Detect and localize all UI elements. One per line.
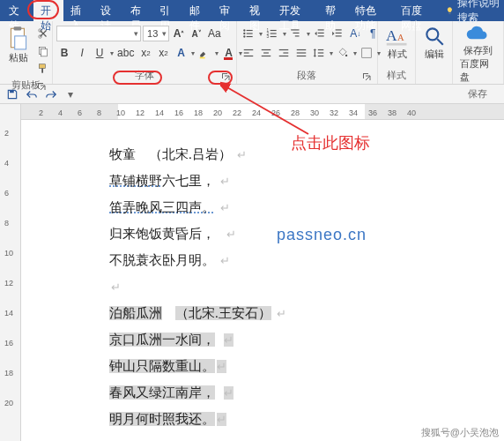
numbering-button[interactable]: 123 [264, 26, 280, 41]
underline-button[interactable]: U [92, 45, 107, 61]
tab-help[interactable]: 帮助 [318, 0, 348, 21]
editing-button[interactable]: 编辑 [419, 23, 449, 63]
save-l1: 保存到 [463, 44, 493, 57]
svg-text:3: 3 [267, 34, 270, 39]
ruler-tick-label: 40 [407, 108, 416, 117]
align-center-icon [260, 47, 272, 59]
paragraph-mark-icon: ↵ [277, 307, 286, 320]
document-area: 2468101214161820 牧童 （北宋.吕岩） ↵ 草铺横野六七里， ↵… [0, 120, 504, 441]
tab-design[interactable]: 设计 [93, 0, 123, 21]
svg-rect-27 [318, 35, 324, 36]
sort-button[interactable]: A↓ [347, 26, 363, 41]
paragraph-launcher-icon[interactable] [361, 71, 372, 82]
align-right-button[interactable] [276, 45, 292, 61]
ruler-tick-label: 24 [252, 108, 261, 117]
document-page[interactable]: 牧童 （北宋.吕岩） ↵ 草铺横野六七里， ↵ 笛弄晚风三四声。 ↵ 归来饱饭黄… [21, 120, 504, 441]
paragraph-mark-icon: ↵ [217, 360, 226, 373]
font-family-combo[interactable] [56, 26, 141, 41]
ruler-tick-label: 34 [349, 108, 358, 117]
line-spacing-icon [313, 47, 325, 59]
shrink-font-button[interactable]: A˅ [189, 26, 204, 41]
highlight-button[interactable] [196, 45, 212, 61]
svg-point-12 [243, 33, 245, 34]
clipboard-launcher-icon[interactable] [36, 81, 47, 92]
horizontal-ruler[interactable]: 246810121416182022242628303234363840 [0, 104, 504, 120]
tab-insert[interactable]: 插入 [63, 0, 93, 21]
tab-devtools[interactable]: 开发工具 [272, 0, 318, 21]
font-color-button[interactable]: A [220, 45, 236, 61]
paragraph-mark-icon: ↵ [111, 280, 121, 294]
paintbrush-icon [37, 63, 49, 75]
italic-button[interactable]: I [74, 45, 90, 61]
svg-text:A: A [386, 26, 397, 44]
ruler-tick-label: 2 [39, 108, 43, 117]
tab-layout[interactable]: 布局 [123, 0, 153, 21]
tab-home[interactable]: 开始 [33, 0, 63, 21]
font-launcher-icon[interactable] [220, 71, 231, 82]
poem1-title-a: 牧童 [109, 141, 136, 168]
borders-button[interactable] [359, 45, 374, 61]
vertical-ruler[interactable]: 2468101214161820 [0, 120, 21, 441]
bold-button[interactable]: B [56, 45, 72, 61]
vruler-tick-label: 10 [4, 249, 13, 258]
ruler-tick-label: 6 [78, 108, 82, 117]
tab-references[interactable]: 引用 [152, 0, 182, 21]
svg-rect-42 [297, 56, 307, 56]
poem-1: 牧童 （北宋.吕岩） ↵ 草铺横野六七里， ↵ 笛弄晚风三四声。 ↵ 归来饱饭黄… [109, 141, 495, 300]
clipboard-group-label: 剪贴板 [4, 77, 48, 93]
shading-button[interactable] [335, 45, 351, 61]
tab-file[interactable]: 文件 [0, 0, 33, 21]
align-left-button[interactable] [241, 45, 256, 61]
styles-gallery-button[interactable]: A A 样式 [382, 23, 413, 63]
svg-rect-47 [362, 49, 372, 58]
qat-customize-button[interactable]: ▾ [63, 87, 78, 101]
vruler-tick-label: 14 [4, 309, 13, 318]
decrease-indent-button[interactable] [312, 26, 328, 41]
superscript-button[interactable]: x2 [155, 45, 171, 61]
grow-font-button[interactable]: A˄ [171, 26, 187, 41]
save-l2: 百度网盘 [460, 57, 496, 84]
ruler-tick-label: 20 [213, 108, 222, 117]
paragraph-mark-icon: ↵ [217, 413, 226, 426]
subscript-button[interactable]: x2 [137, 45, 153, 61]
change-case-button[interactable]: Aa [206, 26, 223, 41]
paragraph-mark-icon: ↵ [226, 228, 236, 241]
svg-rect-36 [262, 56, 271, 56]
ruler-tick-label: 38 [388, 108, 397, 117]
tab-netdisk[interactable]: 百度网盘 [394, 0, 440, 21]
justify-button[interactable] [293, 45, 309, 61]
paint-bucket-icon [337, 47, 349, 59]
ruler-tick-label: 30 [310, 108, 319, 117]
cut-button[interactable] [35, 26, 51, 41]
text-effects-button[interactable]: A [173, 45, 189, 61]
poem2-l3: 春风又绿江南岸， [109, 385, 215, 400]
poem-2-selected: 泊船瓜洲 （北宋.王安石） ↵ 京口瓜洲一水间， ↵ 钟山只隔数重山。↵ 春风又… [109, 300, 495, 432]
svg-rect-33 [244, 56, 254, 56]
increase-indent-button[interactable] [330, 26, 345, 41]
strikethrough-button[interactable]: abc [115, 45, 136, 61]
multilevel-list-button[interactable] [288, 26, 304, 41]
tab-review[interactable]: 审阅 [212, 0, 242, 21]
format-painter-button[interactable] [35, 61, 51, 77]
save-to-netdisk-button[interactable]: 保存到 百度网盘 [456, 23, 500, 86]
font-size-combo[interactable]: 13 [143, 26, 169, 41]
ruler-tick-label: 14 [155, 108, 164, 117]
ruler-tick-label: 36 [368, 108, 377, 117]
paste-button[interactable]: 粘贴 [4, 23, 33, 66]
tab-mailings[interactable]: 邮件 [182, 0, 212, 21]
tab-special[interactable]: 特色功能 [348, 0, 394, 21]
poem1-l2: 笛弄晚风三四声。 [109, 200, 215, 214]
bullets-button[interactable] [241, 26, 256, 41]
ruler-tick-label: 22 [233, 108, 241, 117]
borders-icon [360, 47, 373, 59]
line-spacing-button[interactable] [311, 45, 327, 61]
group-styles: A A 样式 样式 [378, 21, 416, 84]
svg-text:A: A [397, 33, 404, 42]
svg-rect-41 [297, 52, 307, 53]
align-center-button[interactable] [258, 45, 274, 61]
group-paragraph: ▾ 123▾ ▾ A↓ ¶ ▾ ▾ ▾ 段落 [237, 21, 378, 84]
tab-view[interactable]: 视图 [242, 0, 272, 21]
copy-icon [37, 45, 49, 57]
copy-button[interactable] [35, 43, 51, 59]
tell-me[interactable]: 操作说明搜索 [439, 0, 504, 21]
